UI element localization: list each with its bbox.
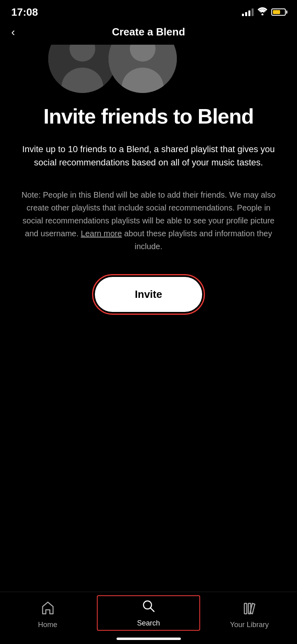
header: ‹ Create a Blend	[0, 22, 297, 45]
library-icon	[242, 600, 257, 617]
home-icon	[40, 600, 55, 617]
nav-item-library[interactable]: Your Library	[202, 599, 297, 629]
wifi-icon	[258, 7, 267, 17]
status-bar: 17:08	[0, 0, 297, 22]
battery-fill	[273, 10, 280, 14]
profile-avatar-left	[48, 45, 117, 93]
battery-icon	[271, 8, 286, 16]
page-title: Create a Blend	[112, 26, 185, 38]
profile-images	[0, 45, 297, 93]
search-icon	[141, 599, 156, 616]
invite-button[interactable]: Invite	[95, 277, 203, 312]
nav-item-search[interactable]: Search	[97, 595, 200, 631]
nav-label-home: Home	[38, 621, 57, 629]
back-button[interactable]: ‹	[11, 26, 15, 39]
invite-description: Invite up to 10 friends to a Blend, a sh…	[20, 142, 277, 169]
nav-item-home[interactable]: Home	[0, 599, 95, 629]
invite-title: Invite friends to Blend	[20, 105, 277, 128]
nav-label-search: Search	[137, 619, 160, 627]
profile-avatar-right	[109, 45, 177, 93]
status-icons	[242, 7, 286, 17]
silhouette-right	[109, 45, 177, 93]
status-time: 17:08	[11, 6, 38, 19]
invite-button-container: Invite	[20, 277, 277, 312]
main-content: Invite friends to Blend Invite up to 10 …	[0, 93, 297, 312]
bottom-nav: Home Search Your Library	[0, 592, 297, 644]
svg-point-7	[143, 601, 152, 609]
svg-rect-9	[244, 603, 247, 614]
silhouette-left	[48, 45, 117, 93]
svg-point-0	[262, 13, 264, 15]
nav-label-library: Your Library	[230, 621, 268, 629]
home-bar-indicator	[117, 638, 181, 640]
learn-more-link[interactable]: Learn more	[81, 229, 122, 238]
svg-line-8	[150, 608, 154, 612]
note-text-suffix: about these playlists and information th…	[124, 229, 272, 251]
note-text: Note: People in this Blend will be able …	[20, 188, 277, 253]
signal-icon	[242, 8, 254, 16]
